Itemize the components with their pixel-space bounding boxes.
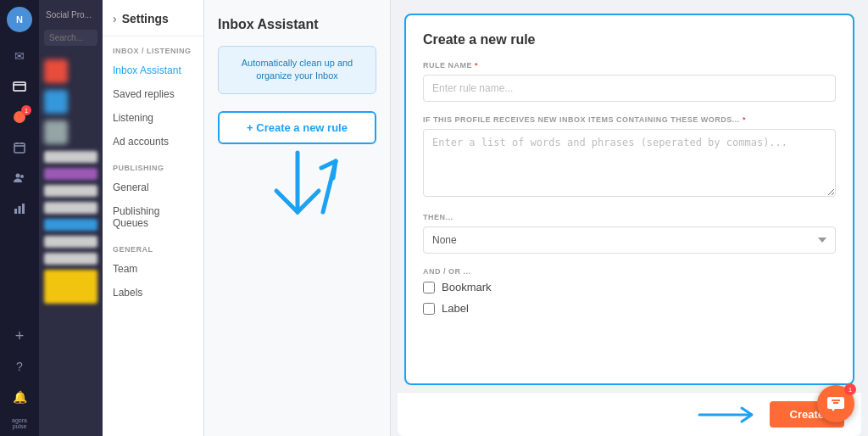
create-rule-title: Create a new rule bbox=[423, 32, 836, 48]
blurred-content bbox=[44, 151, 97, 163]
profiles-panel: Social Pro... bbox=[39, 0, 103, 436]
sidebar-item-labels[interactable]: Labels bbox=[103, 281, 203, 305]
blurred-content bbox=[44, 270, 97, 304]
then-label: THEN... bbox=[423, 213, 836, 221]
bookmark-label: Bookmark bbox=[442, 281, 492, 293]
inbox-assistant-panel: Inbox Assistant Automatically clean up a… bbox=[204, 0, 391, 436]
bottom-bar: Create bbox=[398, 392, 861, 436]
and-or-group: AND / OR ... Bookmark Label bbox=[423, 267, 836, 315]
blurred-content bbox=[44, 185, 97, 197]
blurred-content bbox=[44, 168, 97, 180]
svg-rect-7 bbox=[22, 204, 25, 214]
profiles-panel-header: Social Pro... bbox=[39, 0, 103, 26]
label-label: Label bbox=[442, 302, 469, 315]
list-item[interactable] bbox=[39, 56, 103, 87]
list-item[interactable] bbox=[39, 87, 103, 117]
calendar-nav-icon[interactable] bbox=[6, 134, 33, 161]
inbox-icon[interactable] bbox=[6, 73, 33, 100]
icon-nav: N ✉ + ? 🔔 agorapulse bbox=[0, 0, 39, 436]
user-avatar[interactable]: N bbox=[7, 7, 32, 32]
arrow-indicator bbox=[218, 144, 376, 229]
bookmark-checkbox[interactable] bbox=[423, 282, 435, 293]
auto-clean-box: Automatically clean up and organize your… bbox=[218, 46, 376, 94]
section-label-inbox: INBOX / LISTENING bbox=[103, 36, 203, 59]
messages-icon[interactable]: ✉ bbox=[6, 42, 33, 70]
profile-avatar bbox=[44, 59, 68, 83]
rule-name-group: RULE NAME * bbox=[423, 61, 836, 102]
required-marker: * bbox=[475, 61, 478, 70]
required-marker-2: * bbox=[743, 115, 746, 124]
words-textarea[interactable] bbox=[423, 129, 836, 197]
svg-rect-5 bbox=[14, 209, 17, 214]
svg-point-1 bbox=[14, 111, 25, 123]
section-label-general: GENERAL bbox=[103, 235, 203, 257]
brand-name: agorapulse bbox=[12, 417, 27, 429]
bell-nav-icon[interactable]: 🔔 bbox=[6, 383, 33, 411]
bookmark-checkbox-item[interactable]: Bookmark bbox=[423, 281, 836, 293]
profiles-search-input[interactable] bbox=[44, 30, 97, 46]
svg-rect-2 bbox=[14, 143, 25, 153]
settings-panel: › Settings INBOX / LISTENING Inbox Assis… bbox=[103, 0, 204, 436]
bottom-arrow bbox=[695, 402, 763, 428]
section-label-publishing: PUBLISHING bbox=[103, 154, 203, 176]
blurred-content bbox=[44, 253, 97, 265]
blurred-content bbox=[44, 236, 97, 248]
words-label: IF THIS PROFILE RECEIVES NEW INBOX ITEMS… bbox=[423, 115, 836, 124]
then-select[interactable]: None Archive Delete Assign to me bbox=[423, 226, 836, 254]
checkbox-group: Bookmark Label bbox=[423, 281, 836, 315]
plus-nav-icon[interactable]: + bbox=[6, 322, 33, 349]
help-nav-icon[interactable]: ? bbox=[6, 353, 33, 380]
blurred-content bbox=[44, 219, 97, 231]
sidebar-item-team[interactable]: Team bbox=[103, 257, 203, 281]
rule-name-input[interactable] bbox=[423, 75, 836, 102]
team-nav-icon[interactable] bbox=[6, 165, 33, 192]
sidebar-item-saved-replies[interactable]: Saved replies bbox=[103, 82, 203, 106]
sidebar-item-listening[interactable]: Listening bbox=[103, 106, 203, 130]
create-new-rule-button[interactable]: + Create a new rule bbox=[218, 111, 376, 144]
sidebar-item-inbox-assistant[interactable]: Inbox Assistant bbox=[103, 59, 203, 82]
profile-avatar bbox=[44, 90, 68, 114]
label-checkbox[interactable] bbox=[423, 303, 435, 315]
sidebar-item-publishing-queues[interactable]: Publishing Queues bbox=[103, 199, 203, 235]
chart-nav-icon[interactable] bbox=[6, 195, 33, 222]
chat-badge: 1 bbox=[844, 383, 856, 395]
inbox-assistant-title: Inbox Assistant bbox=[218, 17, 376, 32]
svg-rect-6 bbox=[19, 206, 21, 214]
list-item[interactable] bbox=[39, 117, 103, 148]
main-content: Inbox Assistant Automatically clean up a… bbox=[204, 0, 868, 436]
sidebar-item-general[interactable]: General bbox=[103, 176, 203, 199]
create-rule-panel: Create a new rule RULE NAME * IF THIS PR… bbox=[404, 14, 854, 385]
settings-title: Settings bbox=[122, 12, 169, 25]
sidebar-item-ad-accounts[interactable]: Ad accounts bbox=[103, 130, 203, 154]
profile-avatar bbox=[44, 120, 68, 144]
blurred-content bbox=[44, 202, 97, 214]
notifications-nav-icon[interactable] bbox=[6, 103, 33, 131]
back-icon[interactable]: › bbox=[113, 12, 117, 25]
chat-widget[interactable]: 1 bbox=[817, 385, 854, 422]
svg-rect-0 bbox=[14, 82, 25, 91]
settings-header: › Settings bbox=[103, 0, 203, 36]
words-group: IF THIS PROFILE RECEIVES NEW INBOX ITEMS… bbox=[423, 115, 836, 199]
label-checkbox-item[interactable]: Label bbox=[423, 302, 836, 315]
profiles-list bbox=[39, 53, 103, 310]
rule-name-label: RULE NAME * bbox=[423, 61, 836, 70]
and-or-label: AND / OR ... bbox=[423, 267, 836, 276]
then-group: THEN... None Archive Delete Assign to me bbox=[423, 213, 836, 254]
svg-point-3 bbox=[16, 174, 20, 178]
svg-point-4 bbox=[20, 175, 24, 178]
